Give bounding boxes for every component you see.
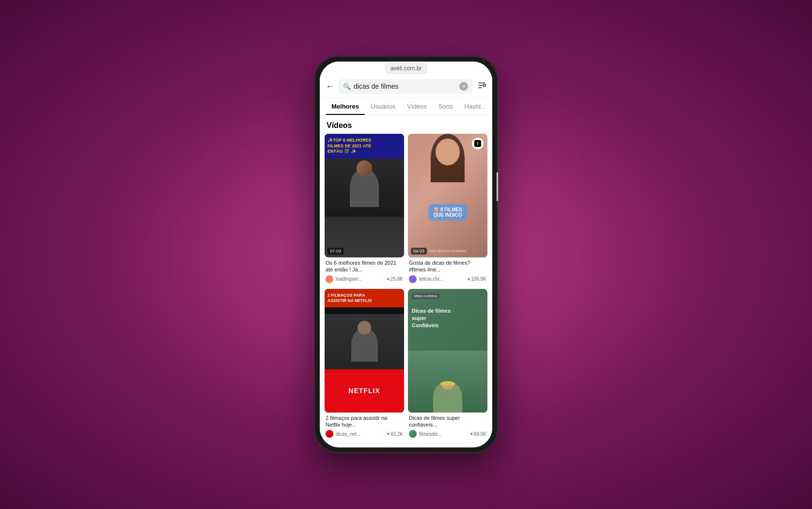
- tab-melhores[interactable]: Melhores: [326, 98, 365, 115]
- username-3: dicas_net...: [336, 431, 360, 437]
- netflix-label: NETFLIX: [348, 387, 380, 395]
- svg-point-3: [483, 84, 485, 86]
- timestamp-1: 07-03: [328, 248, 344, 254]
- video-title-1: Os 6 melhores filmes de 2021 até então !…: [326, 259, 403, 273]
- video-meta-3: dicas_net... ♥ 43.2K: [326, 430, 403, 438]
- video-thumb-3: 2 FILMAÇOS PARAASSISTIR NA NETFLIX NETFL…: [325, 289, 404, 413]
- videos-grid: ✨TOP 6 MELHORESFILMES DE 2021 ATÉENTÃO 🎬…: [320, 134, 492, 445]
- video-title-4: Dicas de filmes super confiáveis...: [409, 414, 486, 429]
- avatar-4: [409, 430, 417, 438]
- video-title-2: Gosta de dicas de filmes? #filmes #ne...: [409, 259, 486, 273]
- phone-screen: aveli.com.br ← 🔍 dicas de filmes ✕: [320, 62, 492, 447]
- tab-hashtags[interactable]: Hasht...: [459, 98, 492, 115]
- avatar-2: [409, 275, 417, 283]
- mais-curtidos-badge: Mais curtidos: [412, 293, 439, 299]
- tab-sons[interactable]: Sons: [433, 98, 459, 115]
- heart-icon-1: ♥: [387, 277, 390, 282]
- back-button[interactable]: ←: [326, 81, 334, 92]
- username-2: leticia.chr...: [419, 276, 443, 282]
- status-bar: aveli.com.br: [320, 62, 492, 75]
- video-meta-4: filmesdic... ♥ 89.5K: [409, 430, 486, 438]
- tiktok-logo: T: [472, 138, 484, 149]
- search-query: dicas de filmes: [354, 82, 456, 90]
- section-title: Vídeos: [320, 115, 492, 134]
- likes-4: ♥ 89.5K: [470, 431, 486, 437]
- avatar-3: [326, 430, 333, 438]
- username-4: filmesdic...: [419, 431, 442, 437]
- likes-3: ♥ 43.2K: [387, 431, 403, 437]
- thumb4-text: Dicas de filmessuperConfiáveis: [412, 307, 484, 330]
- video-meta-2: leticia.chr... ♥ 106.8K: [409, 275, 486, 283]
- tab-usuarios[interactable]: Usuários: [365, 98, 401, 115]
- avatar-1: [326, 275, 333, 283]
- tab-videos[interactable]: Vídeos: [401, 98, 432, 115]
- video-info-2: Gosta de dicas de filmes? #filmes #ne...…: [408, 257, 487, 285]
- url-text: aveli.com.br: [390, 65, 422, 72]
- video-title-3: 2 filmaços para assistir na Netflix hoje…: [326, 414, 403, 429]
- search-input-wrapper[interactable]: 🔍 dicas de filmes ✕: [338, 79, 473, 94]
- heart-icon-4: ♥: [470, 431, 473, 436]
- phone-frame: aveli.com.br ← 🔍 dicas de filmes ✕: [314, 56, 498, 453]
- thumb2-bg: [408, 134, 487, 257]
- thumb3-top-text: 2 FILMAÇOS PARAASSISTIR NA NETFLIX: [328, 293, 401, 303]
- video-thumb-2: T 🍿 8 FILMESQUE INDICO insta @leticia.ch…: [408, 134, 487, 257]
- video-thumb-4: Mais curtidos Dicas de filmessuperConfiá…: [408, 289, 487, 413]
- thumb1-text: ✨TOP 6 MELHORESFILMES DE 2021 ATÉENTÃO 🎬…: [328, 138, 371, 154]
- video-info-4: Dicas de filmes super confiáveis... film…: [408, 413, 487, 440]
- search-icon: 🔍: [343, 83, 351, 90]
- insta-credit: insta @leticia.christianini: [429, 249, 467, 253]
- video-card-4[interactable]: Mais curtidos Dicas de filmessuperConfiá…: [408, 289, 487, 440]
- heart-icon-3: ♥: [387, 431, 390, 436]
- video-card-2[interactable]: T 🍿 8 FILMESQUE INDICO insta @leticia.ch…: [408, 134, 487, 285]
- search-bar-row: ← 🔍 dicas de filmes ✕: [320, 75, 492, 98]
- likes-1: ♥ 25.8K: [387, 276, 403, 282]
- tabs-row: Melhores Usuários Vídeos Sons Hasht...: [320, 98, 492, 115]
- blue-badge: 🍿 8 FILMESQUE INDICO: [428, 204, 467, 221]
- clear-search-button[interactable]: ✕: [459, 82, 468, 91]
- url-bar: aveli.com.br: [385, 63, 428, 74]
- video-info-3: 2 filmaços para assistir na Netflix hoje…: [325, 413, 404, 440]
- video-info-1: Os 6 melhores filmes de 2021 até então !…: [325, 257, 404, 285]
- timestamp-2: 04-03: [411, 248, 427, 254]
- video-card-1[interactable]: ✨TOP 6 MELHORESFILMES DE 2021 ATÉENTÃO 🎬…: [325, 134, 404, 285]
- video-card-3[interactable]: 2 FILMAÇOS PARAASSISTIR NA NETFLIX NETFL…: [325, 289, 404, 440]
- likes-2: ♥ 106.8K: [468, 276, 486, 282]
- video-thumb-1: ✨TOP 6 MELHORESFILMES DE 2021 ATÉENTÃO 🎬…: [325, 134, 404, 257]
- app-content: ← 🔍 dicas de filmes ✕: [320, 75, 492, 447]
- filter-button[interactable]: [477, 80, 486, 93]
- heart-icon-2: ♥: [468, 277, 470, 282]
- username-1: loadingser...: [336, 276, 362, 282]
- video-meta-1: loadingser... ♥ 25.8K: [326, 275, 403, 283]
- badge-text-2: 🍿 8 FILMESQUE INDICO: [433, 207, 462, 218]
